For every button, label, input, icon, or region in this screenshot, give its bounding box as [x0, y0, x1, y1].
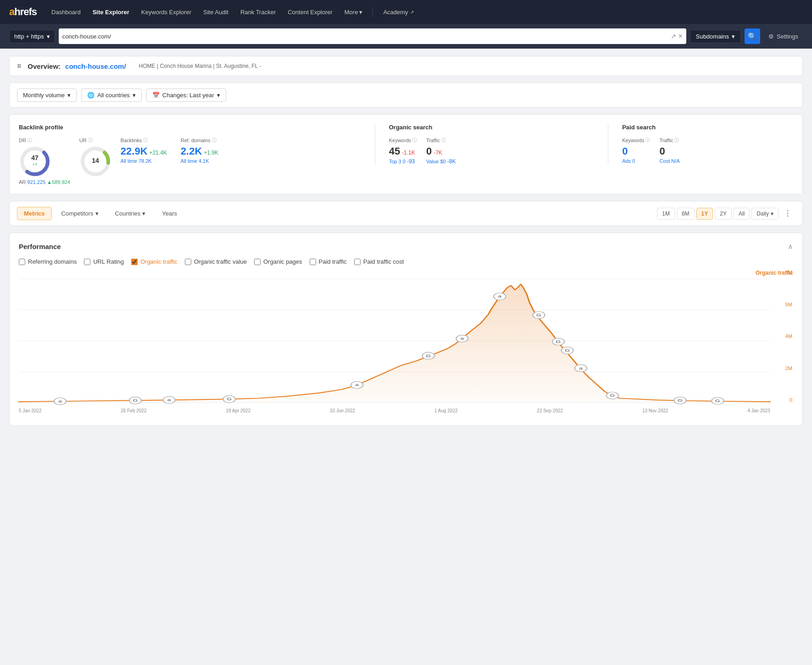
refdomains-value[interactable]: 2.2K	[181, 145, 202, 157]
organic-keywords-info[interactable]: ⓘ	[412, 137, 417, 144]
backlink-title: Backlink profile	[19, 124, 361, 131]
changes-chevron: ▾	[217, 92, 220, 99]
y-label-6m: 6M	[785, 302, 792, 307]
backlinks-label: Backlinks ⓘ	[121, 137, 167, 144]
performance-title: Performance	[19, 243, 61, 250]
protocol-select[interactable]: http + https ▾	[9, 30, 55, 43]
organic-keywords-value[interactable]: 45	[389, 145, 400, 157]
organic-traffic-checkbox[interactable]: Organic traffic	[131, 258, 178, 265]
menu-icon[interactable]: ≡	[17, 62, 21, 70]
clear-url-icon[interactable]: ×	[678, 32, 682, 40]
main-content: ≡ Overview: conch-house.com/ HOME | Conc…	[0, 49, 812, 433]
nav-site-explorer[interactable]: Site Explorer	[88, 7, 134, 17]
more-options-button[interactable]: ⋮	[780, 207, 795, 220]
url-input[interactable]	[62, 33, 668, 40]
organic-traffic-value: 0	[426, 145, 432, 157]
ar-line: AR 921,225 ▲589,924	[19, 179, 70, 185]
refdomains-alltime: All time 4.1K	[181, 158, 218, 164]
paid-keywords-info[interactable]: ⓘ	[645, 137, 650, 144]
backlinks-info-icon[interactable]: ⓘ	[143, 137, 148, 144]
svg-text:a: a	[579, 366, 583, 371]
chart-svg: a G a G a G a a G	[19, 279, 770, 403]
paid-traffic-checkbox[interactable]: Paid traffic	[310, 258, 347, 265]
url-rating-input[interactable]	[84, 259, 90, 265]
url-input-wrap: ↗ ×	[59, 28, 686, 44]
refdomains-info-icon[interactable]: ⓘ	[212, 137, 217, 144]
svg-text:47: 47	[31, 154, 39, 161]
external-link-icon[interactable]: ↗	[671, 33, 676, 40]
nav-content-explorer[interactable]: Content Explorer	[283, 7, 337, 17]
time-all[interactable]: All	[734, 208, 750, 220]
url-rating-checkbox[interactable]: URL Rating	[84, 258, 124, 265]
organic-traffic-value-input[interactable]	[185, 259, 191, 265]
svg-text:G: G	[426, 354, 431, 358]
paid-traffic-input[interactable]	[310, 259, 316, 265]
organic-keywords-change: -1.1K	[402, 150, 415, 156]
nav-dashboard[interactable]: Dashboard	[47, 7, 85, 17]
logo[interactable]: ahrefs	[9, 6, 37, 18]
subdomain-chevron: ▾	[732, 33, 735, 40]
svg-text:+7: +7	[33, 162, 37, 167]
performance-card: Performance ∧ Referring domains URL Rati…	[9, 233, 803, 426]
organic-search-section: Organic search Keywords ⓘ 45 -1.1K Top 3…	[375, 124, 608, 165]
nav-academy[interactable]: Academy ↗	[378, 7, 418, 17]
x-label-aug22: 1 Aug 2022	[434, 408, 458, 413]
ur-widget: UR ⓘ 14	[79, 137, 111, 177]
nav-site-audit[interactable]: Site Audit	[199, 7, 233, 17]
backlinks-stat: Backlinks ⓘ 22.9K +21.4K All time 78.2K	[121, 137, 167, 164]
paid-keywords: Keywords ⓘ 0 Ads 0	[622, 137, 650, 164]
svg-text:G: G	[536, 313, 541, 317]
paid-title: Paid search	[622, 124, 793, 131]
time-6m[interactable]: 6M	[677, 208, 695, 220]
subdomain-button[interactable]: Subdomains ▾	[690, 30, 741, 43]
svg-text:G: G	[556, 339, 561, 344]
svg-text:G: G	[565, 348, 570, 353]
time-1m[interactable]: 1M	[657, 208, 675, 220]
svg-text:a: a	[460, 336, 464, 341]
backlinks-change: +21.4K	[149, 150, 167, 156]
tab-years[interactable]: Years	[155, 207, 184, 220]
navigation: ahrefs Dashboard Site Explorer Keywords …	[0, 0, 812, 24]
organic-keywords: Keywords ⓘ 45 -1.1K Top 3 0 -93	[389, 137, 417, 165]
nav-separator	[373, 6, 373, 17]
backlink-stats: Backlinks ⓘ 22.9K +21.4K All time 78.2K	[121, 137, 218, 164]
paid-traffic-info[interactable]: ⓘ	[674, 137, 679, 144]
dr-info-icon[interactable]: ⓘ	[28, 137, 32, 144]
countries-chevron: ▾	[133, 92, 136, 99]
paid-traffic-cost-input[interactable]	[354, 259, 361, 265]
time-1y[interactable]: 1Y	[696, 208, 713, 220]
backlinks-value[interactable]: 22.9K	[121, 145, 148, 157]
ur-info-icon[interactable]: ⓘ	[88, 137, 93, 144]
monthly-volume-filter[interactable]: Monthly volume ▾	[17, 89, 77, 102]
nav-rank-tracker[interactable]: Rank Tracker	[236, 7, 280, 17]
time-2y[interactable]: 2Y	[715, 208, 732, 220]
settings-button[interactable]: ⚙ Settings	[764, 30, 803, 43]
tab-competitors[interactable]: Competitors▾	[55, 207, 106, 220]
search-button[interactable]: 🔍	[745, 28, 760, 44]
organic-traffic-input[interactable]	[131, 259, 138, 265]
countries-filter[interactable]: 🌐 All countries ▾	[81, 89, 142, 102]
organic-pages-input[interactable]	[254, 259, 261, 265]
svg-text:a: a	[167, 398, 172, 402]
organic-traffic-info[interactable]: ⓘ	[441, 137, 446, 144]
nav-keywords-explorer[interactable]: Keywords Explorer	[137, 7, 196, 17]
paid-search-section: Paid search Keywords ⓘ 0 Ads 0	[608, 124, 793, 164]
changes-filter[interactable]: 📅 Changes: Last year ▾	[146, 89, 226, 102]
organic-pages-checkbox[interactable]: Organic pages	[254, 258, 302, 265]
x-label-jan23: 4 Jan 2023	[747, 408, 770, 413]
tab-countries[interactable]: Countries▾	[108, 207, 153, 220]
nav-more[interactable]: More ▾	[340, 7, 367, 17]
collapse-button[interactable]: ∧	[788, 242, 793, 251]
paid-traffic-cost-checkbox[interactable]: Paid traffic cost	[354, 258, 404, 265]
tabs-left: Metrics Competitors▾ Countries▾ Years	[17, 207, 184, 220]
page-url[interactable]: conch-house.com/	[65, 62, 126, 70]
performance-header: Performance ∧	[19, 242, 793, 251]
y-label-2m: 2M	[785, 366, 792, 371]
tab-metrics[interactable]: Metrics	[17, 207, 52, 220]
referring-domains-input[interactable]	[19, 259, 25, 265]
organic-traffic-value-checkbox[interactable]: Organic traffic value	[185, 258, 247, 265]
metrics-card: Backlink profile DR ⓘ 47	[9, 114, 803, 194]
daily-button[interactable]: Daily ▾	[751, 208, 779, 220]
filter-bar: Monthly volume ▾ 🌐 All countries ▾ 📅 Cha…	[9, 83, 803, 108]
referring-domains-checkbox[interactable]: Referring domains	[19, 258, 77, 265]
